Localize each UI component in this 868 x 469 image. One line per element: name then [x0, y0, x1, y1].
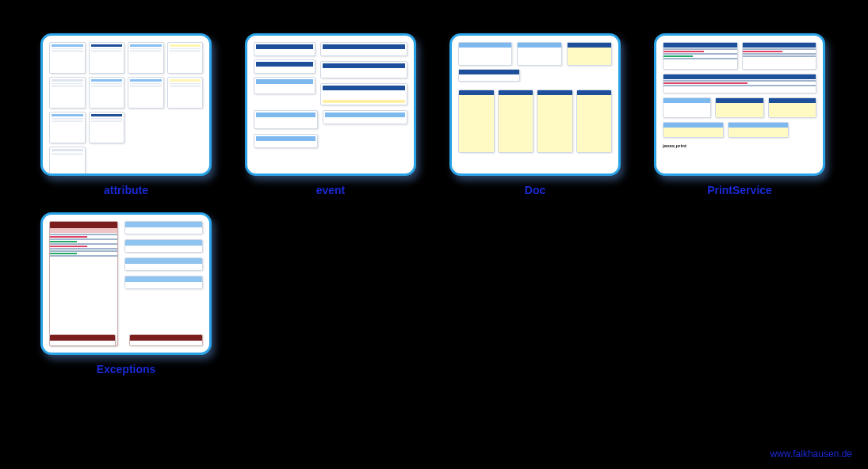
thumbnail-grid: attribute [32, 33, 856, 376]
caption-event: event [316, 184, 346, 196]
package-label: javax.print [663, 143, 816, 148]
cell-printservice: javax.print PrintService [645, 33, 834, 196]
caption-attribute: attribute [104, 184, 148, 196]
caption-printservice: PrintService [707, 184, 772, 196]
thumb-event[interactable] [245, 33, 416, 176]
thumb-printservice[interactable]: javax.print [654, 33, 825, 176]
preview-attribute [49, 42, 203, 167]
preview-printservice: javax.print [663, 42, 816, 148]
cell-attribute: attribute [32, 33, 220, 196]
thumb-doc[interactable] [449, 33, 621, 176]
footer-site-link[interactable]: www.falkhausen.de [770, 448, 852, 459]
thumb-exceptions[interactable] [40, 212, 212, 355]
caption-exceptions: Exceptions [97, 363, 156, 376]
preview-doc [458, 42, 612, 153]
preview-exceptions [49, 221, 203, 346]
cell-exceptions: Exceptions [32, 212, 220, 376]
cell-event: event [236, 33, 425, 196]
thumb-attribute[interactable] [40, 33, 212, 176]
caption-doc: Doc [525, 184, 545, 196]
preview-event [254, 42, 407, 148]
cell-doc: Doc [441, 33, 629, 196]
